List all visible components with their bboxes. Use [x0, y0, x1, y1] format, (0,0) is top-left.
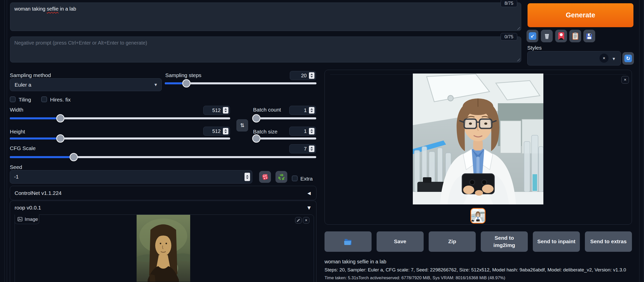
paste-params-button[interactable]: ↙	[527, 30, 538, 42]
batch-count-slider[interactable]	[253, 117, 316, 119]
send-to-inpaint-button[interactable]: Send to inpaint	[533, 231, 580, 252]
sampling-method-dropdown[interactable]: Euler a ▼	[10, 78, 162, 91]
random-seed-button[interactable]	[259, 171, 271, 183]
thumbnail-image	[471, 209, 485, 223]
spinner-icon[interactable]	[309, 107, 314, 114]
generate-button[interactable]: Generate	[528, 3, 633, 27]
negative-prompt-input[interactable]	[10, 37, 521, 62]
close-gallery-button[interactable]: ×	[621, 76, 629, 84]
floppy-disk-icon	[586, 33, 593, 40]
refresh-styles-button[interactable]: ↻	[622, 52, 634, 65]
hires-fix-checkbox[interactable]	[41, 96, 47, 102]
sampling-steps-label: Sampling steps	[165, 72, 202, 78]
tiling-label: Tiling	[19, 97, 31, 103]
seed-extra-label: Extra	[300, 176, 313, 182]
close-icon: ×	[624, 77, 626, 82]
close-icon: ×	[603, 56, 606, 61]
open-folder-button[interactable]	[325, 231, 372, 252]
styles-label: Styles	[527, 45, 542, 51]
save-style-button[interactable]	[583, 30, 595, 42]
width-input[interactable]: 512	[203, 106, 230, 115]
slider-handle[interactable]	[56, 134, 65, 143]
slider-handle[interactable]	[182, 79, 191, 88]
batch-size-input[interactable]: 1	[289, 127, 316, 136]
spinner-icon[interactable]	[245, 173, 250, 181]
prompt-token-counter: 8/75	[501, 0, 517, 7]
slider-handle[interactable]	[252, 114, 261, 123]
slider-handle[interactable]	[56, 114, 65, 123]
batch-count-input[interactable]: 1	[289, 106, 316, 115]
left-rail-line	[5, 0, 5, 282]
refresh-icon: ↻	[624, 55, 632, 62]
left-rail-line-2	[7, 0, 7, 282]
height-slider[interactable]	[10, 137, 230, 139]
zip-button[interactable]: Zip	[429, 231, 476, 252]
clipboard-icon	[572, 32, 578, 40]
styles-dropdown[interactable]: × ▼	[527, 51, 621, 65]
chevron-left-icon: ◀	[307, 191, 311, 196]
tiling-checkbox[interactable]	[10, 96, 16, 102]
sampling-steps-input[interactable]: 20	[290, 71, 316, 80]
output-params-text: Steps: 20, Sampler: Euler a, CFG scale: …	[325, 267, 626, 273]
cfg-scale-input[interactable]: 7	[289, 144, 316, 153]
spinner-icon[interactable]	[309, 146, 314, 152]
negative-token-counter: 0/75	[501, 33, 517, 41]
generated-image[interactable]	[413, 74, 543, 204]
seed-extra-checkbox[interactable]	[292, 175, 298, 181]
seed-input[interactable]: -1	[10, 170, 252, 184]
chevron-down-icon: ▼	[613, 57, 615, 61]
right-rail-line-2	[643, 0, 643, 282]
send-to-img2img-button[interactable]: Send to img2img	[481, 231, 528, 252]
roop-accordion-label: roop v0.0.1	[15, 205, 41, 211]
spinner-icon[interactable]	[309, 128, 314, 134]
chevron-down-icon: ▼	[307, 205, 311, 210]
switch-width-height-button[interactable]: ⇅	[236, 119, 248, 131]
flower-card-icon	[558, 32, 565, 40]
batch-size-label: Batch size	[253, 129, 277, 135]
dice-icon	[261, 173, 269, 181]
close-icon: ×	[305, 218, 307, 223]
reuse-seed-button[interactable]	[275, 171, 287, 183]
slider-handle[interactable]	[252, 134, 261, 143]
edit-image-button[interactable]	[295, 217, 302, 224]
apply-style-button[interactable]	[569, 30, 581, 42]
clear-prompt-button[interactable]	[541, 30, 553, 42]
slider-handle[interactable]	[70, 153, 78, 161]
clear-image-button[interactable]: ×	[303, 217, 309, 224]
image-icon	[18, 217, 22, 221]
spinner-icon[interactable]	[223, 128, 228, 134]
output-time-text: Time taken: 5.31sTorch active/reserved: …	[325, 275, 505, 280]
misspelled-word: seflie	[47, 6, 59, 12]
styles-clear-button[interactable]: ×	[599, 54, 609, 63]
spinner-icon[interactable]	[223, 107, 228, 114]
prompt-text: woman taking seflie in a lab	[10, 3, 521, 15]
gallery-thumbnail[interactable]	[470, 208, 486, 224]
chevron-down-icon: ▼	[154, 83, 157, 87]
tab-image[interactable]: Image	[15, 215, 39, 224]
seed-label: Seed	[10, 164, 22, 170]
height-input[interactable]: 512	[203, 127, 230, 136]
sampling-steps-slider[interactable]	[165, 82, 316, 84]
trash-icon	[543, 32, 550, 40]
sampling-method-label: Sampling method	[10, 72, 51, 78]
prompt-textbox[interactable]: woman taking seflie in a lab	[10, 3, 521, 31]
batch-size-slider[interactable]	[253, 137, 316, 139]
width-label: Width	[10, 107, 23, 113]
send-to-extras-button[interactable]: Send to extras	[585, 231, 632, 252]
controlnet-accordion-label: ControlNet v1.1.224	[15, 190, 62, 196]
extra-networks-button[interactable]	[555, 30, 567, 42]
width-slider[interactable]	[10, 117, 230, 119]
cfg-scale-slider[interactable]	[10, 156, 316, 158]
resize-handle-icon[interactable]	[516, 26, 520, 30]
batch-count-label: Batch count	[253, 107, 281, 113]
height-label: Height	[10, 129, 25, 135]
recycle-icon	[278, 173, 285, 181]
negative-prompt-textbox	[10, 37, 521, 62]
spinner-icon[interactable]	[309, 72, 314, 79]
cfg-scale-label: CFG Scale	[10, 145, 36, 151]
hires-fix-label: Hires. fix	[50, 97, 71, 103]
tab-image-label: Image	[25, 217, 38, 222]
controlnet-accordion[interactable]: ControlNet v1.1.224 ◀	[10, 186, 316, 200]
switch-dims-icon: ⇅	[240, 122, 245, 128]
save-button[interactable]: Save	[377, 231, 424, 252]
